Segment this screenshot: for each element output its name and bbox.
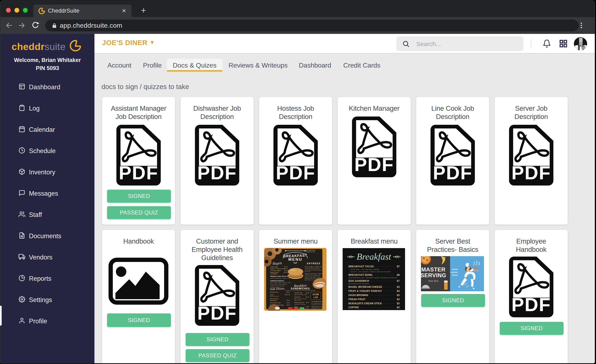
svg-text:$2: $2 [397,306,400,309]
svg-text:Bakers Dozen: Bakers Dozen [270,272,279,273]
svg-text:side of berry compote: side of berry compote [305,279,316,281]
svg-text:$4.49: $4.49 [306,292,309,294]
svg-text:$3.29: $3.29 [286,302,290,304]
svg-text:$3.99 ea: $3.99 ea [284,294,290,295]
svg-text:EVERYDAY BAGELS: EVERYDAY BAGELS [270,280,284,282]
svg-text:ENTREES: ENTREES [307,262,320,265]
svg-text:$13.99: $13.99 [283,272,288,273]
svg-text:HASH BROWNS, EGG, CHEDDAR CHEE: HASH BROWNS, EGG, CHEDDAR CHEESE, SAUSAG… [348,277,397,279]
svg-text:BAGEL W/CREAM CHEESE: BAGEL W/CREAM CHEESE [348,285,382,288]
svg-text:$3.29: $3.29 [286,291,290,293]
svg-text:.99 ea: .99 ea [286,300,290,301]
svg-text:Eggs and cheddar cheese: Eggs and cheddar cheese [294,294,307,295]
svg-text:ACME: ACME [313,293,319,296]
svg-text:FRUIT & YOGURT PARFAIT: FRUIT & YOGURT PARFAIT [348,290,382,292]
svg-text:$8.99: $8.99 [318,273,322,275]
svg-text:Cheddar Meal: Cheddar Meal [294,292,303,294]
svg-text:Plain • Asiago Chive • Veggie: Plain • Asiago Chive • Veggie • Lox [270,278,290,279]
svg-text:Pumpernickel • Whole Wheat •: Pumpernickel • Whole Wheat • [270,284,287,285]
svg-text:$: $ [398,310,400,310]
svg-text:Stuffed French Toast: Stuffed French Toast [305,273,317,275]
svg-text:$3.79: $3.79 [306,296,309,298]
svg-text:Eggs, beef pastrami and: Eggs, beef pastrami and [294,298,306,299]
svg-text:$2: $2 [397,302,400,305]
svg-text:EGG SANDWICH: EGG SANDWICH [348,280,369,282]
svg-text:Sour Cream or: Sour Cream or [270,298,278,299]
svg-text:Bagels: Bagels [272,261,282,266]
svg-text:$3: $3 [397,285,400,288]
svg-text:Smoked lox, salmon & cream: Smoked lox, salmon & cream [311,308,326,309]
svg-text:$4.79: $4.79 [306,302,309,303]
svg-text:prime side: prime side [305,271,310,272]
svg-text:Schmucks: Schmucks [294,296,300,298]
svg-text:served with scrambled eggs and: served with scrambled eggs and [305,269,322,271]
svg-text:WELCOME DINER: WELCOME DINER [305,250,315,251]
svg-text:Latkes: Latkes [270,294,274,295]
svg-text:LOX: LOX [313,296,318,298]
svg-text:Lox, smoked cream cheese: Lox, smoked cream cheese [311,303,325,304]
svg-text:Hash: Hash [294,306,297,307]
svg-text:MASTER: MASTER [421,267,446,273]
svg-text:$4.99: $4.99 [306,306,309,307]
svg-text:Plain • Egg • Potato • Sesame: Plain • Egg • Potato • Sesame • Onion [270,282,291,283]
svg-text:$4: $4 [397,290,400,292]
svg-text:$1.79: $1.79 [284,266,288,267]
svg-text:$3: $3 [397,298,400,301]
svg-text:Classic Meal Lox $8.99: Classic Meal Lox $8.99 [311,306,325,308]
svg-text:Schmears Silo: Schmears Silo [270,291,278,293]
svg-text:$2.79: $2.79 [284,268,288,269]
svg-text:Steak & Eggs w/ Latte: Steak & Eggs w/ Latte [305,266,318,268]
svg-text:Poppy Seed • Everything •: Poppy Seed • Everything • [270,285,285,287]
svg-text:$11.99: $11.99 [318,266,322,267]
svg-text:• DELUXE – EGG, BACON, CHEESE,: • DELUXE – EGG, BACON, CHEESE, SALSA & A… [350,271,391,273]
svg-text:$7: $7 [397,265,400,268]
svg-text:$8: $8 [397,274,400,276]
svg-text:BREAKFAST BOWL: BREAKFAST BOWL [348,274,373,276]
svg-text:Part Two: Part Two [428,279,438,282]
svg-text:SERVING: SERVING [421,272,446,278]
svg-text:Two flavors served best fresh: Two flavors served best fresh [305,268,320,269]
svg-text:(13 Bagels): (13 Bagels) [270,273,277,275]
svg-text:Three slices of challah bread: Three slices of challah bread [305,275,320,276]
svg-text:SANDWICHES: SANDWICHES [291,287,310,290]
svg-text:Rashada Special: Rashada Special [294,302,304,304]
svg-text:BREAKFAST TACOS: BREAKFAST TACOS [348,265,374,268]
svg-text:$7: $7 [397,280,400,282]
svg-text:DRINKS: DRINKS [348,310,358,310]
svg-text:Corned Beef Hash: Corned Beef Hash [270,302,281,304]
svg-text:1/2 Dozen Bagels: 1/2 Dozen Bagels [270,270,281,271]
svg-text:Breakfast: Breakfast [357,252,392,262]
svg-text:Served on your choice of bagel: Served on your choice of bagel with fres… [285,290,315,291]
svg-text:HASH BROWNS: HASH BROWNS [348,294,368,297]
svg-text:Swiss cheese: Swiss cheese [294,300,301,301]
svg-text:FRESH FRUIT: FRESH FRUIT [348,298,365,301]
svg-text:$3: $3 [397,294,400,297]
svg-text:$7.49: $7.49 [284,270,288,271]
svg-text:$2.99: $2.99 [286,304,290,306]
svg-text:schmears, onion & capers: schmears, onion & capers [311,304,324,305]
svg-text:(Potato Pancakes): (Potato Pancakes) [270,296,279,297]
svg-text:• PLAIN JANE – EGG, BACON & CH: • PLAIN JANE – EGG, BACON & CHEESE [350,268,380,270]
svg-text:BUEHLER'S CREAM STICK: BUEHLER'S CREAM STICK [348,302,382,305]
svg-text:dipped in milk, egg & cinnamon: dipped in milk, egg & cinnamon, [305,276,322,278]
svg-text:Applesauce: Applesauce [270,300,277,301]
svg-text:Eat Eat Nom Nom: Eat Eat Nom Nom [306,251,315,253]
svg-text:Lox Sandwich $13.79: Lox Sandwich $13.79 [311,301,324,302]
svg-text:Schmears™ and eggs: Schmears™ and eggs [294,304,305,305]
svg-text:Bagel w/ Cream Cheese: Bagel w/ Cream Cheese [270,268,285,270]
svg-text:WITH BACON OR SAUSAGE: WITH BACON OR SAUSAGE [348,283,369,285]
svg-text:Single Bagel: Single Bagel [270,266,278,268]
svg-text:COFFEE: COFFEE [348,306,359,309]
svg-text:griddled golden brown with: griddled golden brown with [305,278,319,279]
svg-text:MENU: MENU [288,257,302,261]
